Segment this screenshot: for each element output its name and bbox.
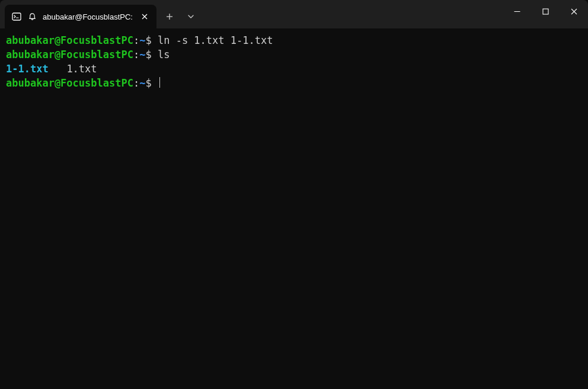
titlebar: abubakar@FocusblastPC: <box>0 0 588 28</box>
bell-icon <box>27 12 37 21</box>
cursor <box>159 77 161 88</box>
svg-rect-0 <box>12 13 21 20</box>
terminal-tab[interactable]: abubakar@FocusblastPC: <box>5 5 156 28</box>
prompt-path: ~ <box>139 77 145 89</box>
tab-dropdown-button[interactable] <box>180 5 202 28</box>
prompt-colon: : <box>133 34 139 46</box>
window-controls <box>503 0 588 28</box>
tab-close-button[interactable] <box>139 11 151 23</box>
terminal-line: abubakar@FocusblastPC:~$ ls <box>6 47 582 62</box>
prompt-path: ~ <box>139 49 145 60</box>
prompt-dollar: $ <box>145 34 151 46</box>
prompt-colon: : <box>133 77 139 89</box>
close-button[interactable] <box>560 0 588 28</box>
command-text: ls <box>158 49 170 60</box>
file-spacer <box>49 63 67 75</box>
terminal-line: abubakar@FocusblastPC:~$ ln -s 1.txt 1-1… <box>6 33 582 47</box>
prompt-user: abubakar@FocusblastPC <box>6 77 133 89</box>
maximize-button[interactable] <box>531 0 560 28</box>
prompt-user: abubakar@FocusblastPC <box>6 49 133 60</box>
ls-file-entry: 1.txt <box>66 63 97 75</box>
tab-title: abubakar@FocusblastPC: <box>43 12 133 21</box>
ls-symlink-entry: 1-1.txt <box>6 63 49 75</box>
new-tab-button[interactable] <box>159 5 180 28</box>
terminal-icon <box>12 12 21 21</box>
prompt-path: ~ <box>139 34 145 46</box>
prompt-user: abubakar@FocusblastPC <box>6 34 133 46</box>
prompt-dollar: $ <box>145 49 151 60</box>
titlebar-drag-area[interactable] <box>202 0 503 28</box>
minimize-button[interactable] <box>503 0 531 28</box>
command-text: ln -s 1.txt 1-1.txt <box>158 34 273 46</box>
svg-rect-7 <box>543 9 548 14</box>
tab-actions <box>159 0 202 28</box>
ls-output-line: 1-1.txt 1.txt <box>6 62 582 76</box>
prompt-colon: : <box>133 49 139 60</box>
terminal-body[interactable]: abubakar@FocusblastPC:~$ ln -s 1.txt 1-1… <box>0 28 588 95</box>
prompt-dollar: $ <box>145 77 151 89</box>
terminal-line: abubakar@FocusblastPC:~$ <box>6 76 582 90</box>
tab-area: abubakar@FocusblastPC: <box>0 0 156 28</box>
